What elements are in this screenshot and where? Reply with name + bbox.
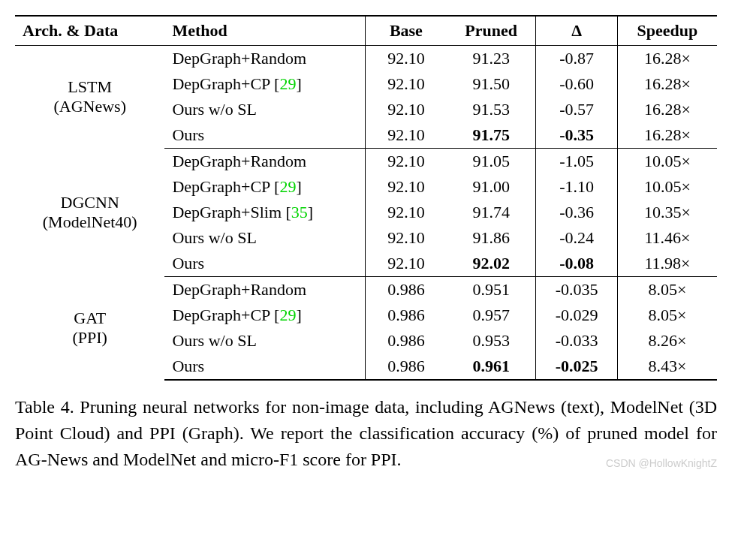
- results-table: Arch. & Data Method Base Pruned Δ Speedu…: [15, 15, 717, 381]
- speedup-cell: 16.28×: [617, 46, 717, 72]
- arch-cell: GAT(PPI): [15, 277, 164, 381]
- pruned-cell: 0.957: [447, 303, 536, 328]
- pruned-cell: 91.86: [447, 225, 536, 251]
- col-speedup: Speedup: [617, 16, 717, 46]
- delta-cell: -0.035: [536, 277, 617, 303]
- speedup-cell: 11.46×: [617, 225, 717, 251]
- base-cell: 92.10: [365, 97, 447, 122]
- base-cell: 92.10: [365, 251, 447, 277]
- speedup-cell: 16.28×: [617, 71, 717, 97]
- delta-cell: -0.08: [536, 251, 617, 277]
- delta-cell: -0.033: [536, 328, 617, 354]
- arch-dataset: (PPI): [23, 328, 157, 348]
- pruned-cell: 0.951: [447, 277, 536, 303]
- table-row: LSTM(AGNews)DepGraph+Random92.1091.23-0.…: [15, 46, 717, 72]
- speedup-cell: 8.05×: [617, 303, 717, 328]
- col-pruned: Pruned: [447, 16, 536, 46]
- speedup-cell: 11.98×: [617, 251, 717, 277]
- method-cell: DepGraph+CP [29]: [164, 303, 365, 328]
- table-header-row: Arch. & Data Method Base Pruned Δ Speedu…: [15, 16, 717, 46]
- pruned-cell: 92.02: [447, 251, 536, 277]
- delta-cell: -0.36: [536, 200, 617, 225]
- col-base: Base: [365, 16, 447, 46]
- speedup-cell: 16.28×: [617, 97, 717, 122]
- method-cell: DepGraph+Random: [164, 46, 365, 72]
- citation-link[interactable]: 29: [279, 177, 296, 196]
- method-cell: Ours: [164, 354, 365, 380]
- col-method: Method: [164, 16, 365, 46]
- col-arch: Arch. & Data: [15, 16, 164, 46]
- delta-cell: -0.029: [536, 303, 617, 328]
- citation-link[interactable]: 29: [279, 74, 296, 93]
- delta-cell: -0.24: [536, 225, 617, 251]
- method-cell: DepGraph+CP [29]: [164, 174, 365, 200]
- method-cell: Ours w/o SL: [164, 97, 365, 122]
- delta-cell: -0.35: [536, 122, 617, 149]
- arch-dataset: (ModelNet40): [23, 212, 157, 232]
- delta-cell: -0.60: [536, 71, 617, 97]
- base-cell: 0.986: [365, 277, 447, 303]
- delta-cell: -0.025: [536, 354, 617, 380]
- base-cell: 0.986: [365, 303, 447, 328]
- arch-dataset: (AGNews): [23, 97, 157, 116]
- speedup-cell: 8.05×: [617, 277, 717, 303]
- method-cell: DepGraph+Slim [35]: [164, 200, 365, 225]
- table-row: DGCNN(ModelNet40)DepGraph+Random92.1091.…: [15, 149, 717, 175]
- arch-name: DGCNN: [23, 193, 157, 212]
- pruned-cell: 91.50: [447, 71, 536, 97]
- pruned-cell: 91.00: [447, 174, 536, 200]
- base-cell: 0.986: [365, 354, 447, 380]
- speedup-cell: 10.35×: [617, 200, 717, 225]
- delta-cell: -1.05: [536, 149, 617, 175]
- base-cell: 92.10: [365, 46, 447, 72]
- delta-cell: -0.57: [536, 97, 617, 122]
- pruned-cell: 0.961: [447, 354, 536, 380]
- arch-cell: LSTM(AGNews): [15, 46, 164, 149]
- base-cell: 92.10: [365, 225, 447, 251]
- method-cell: Ours: [164, 122, 365, 149]
- arch-name: GAT: [23, 309, 157, 328]
- pruned-cell: 91.75: [447, 122, 536, 149]
- speedup-cell: 8.43×: [617, 354, 717, 380]
- base-cell: 0.986: [365, 328, 447, 354]
- method-cell: Ours: [164, 251, 365, 277]
- pruned-cell: 91.23: [447, 46, 536, 72]
- speedup-cell: 10.05×: [617, 174, 717, 200]
- base-cell: 92.10: [365, 122, 447, 149]
- pruned-cell: 91.53: [447, 97, 536, 122]
- arch-name: LSTM: [23, 77, 157, 97]
- base-cell: 92.10: [365, 71, 447, 97]
- base-cell: 92.10: [365, 174, 447, 200]
- method-cell: DepGraph+Random: [164, 277, 365, 303]
- method-cell: Ours w/o SL: [164, 225, 365, 251]
- method-cell: DepGraph+CP [29]: [164, 71, 365, 97]
- pruned-cell: 0.953: [447, 328, 536, 354]
- speedup-cell: 16.28×: [617, 122, 717, 149]
- table-row: GAT(PPI)DepGraph+Random0.9860.951-0.0358…: [15, 277, 717, 303]
- method-cell: Ours w/o SL: [164, 328, 365, 354]
- speedup-cell: 8.26×: [617, 328, 717, 354]
- pruned-cell: 91.74: [447, 200, 536, 225]
- col-delta: Δ: [536, 16, 617, 46]
- speedup-cell: 10.05×: [617, 149, 717, 175]
- method-cell: DepGraph+Random: [164, 149, 365, 175]
- citation-link[interactable]: 29: [279, 306, 296, 324]
- delta-cell: -1.10: [536, 174, 617, 200]
- base-cell: 92.10: [365, 200, 447, 225]
- citation-link[interactable]: 35: [291, 203, 308, 221]
- delta-cell: -0.87: [536, 46, 617, 72]
- pruned-cell: 91.05: [447, 149, 536, 175]
- arch-cell: DGCNN(ModelNet40): [15, 149, 164, 277]
- base-cell: 92.10: [365, 149, 447, 175]
